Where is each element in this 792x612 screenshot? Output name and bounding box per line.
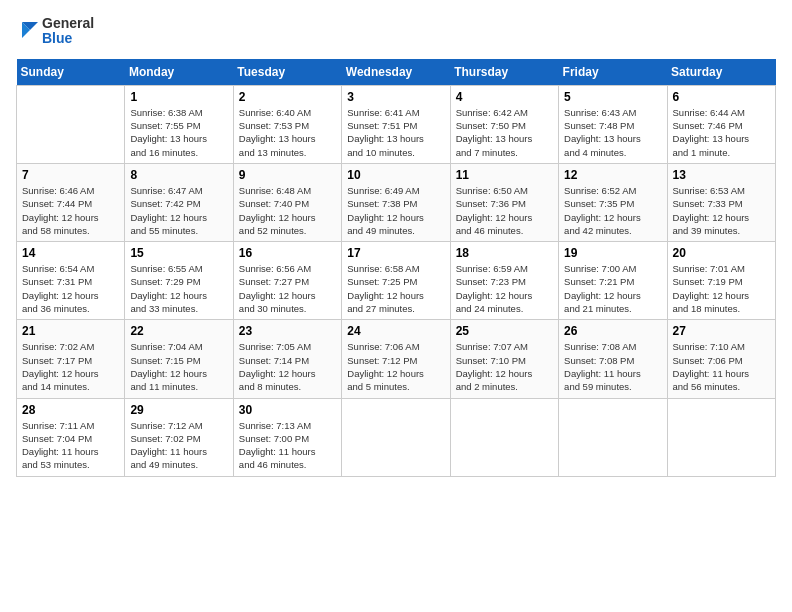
day-info: Sunrise: 7:05 AM Sunset: 7:14 PM Dayligh…	[239, 340, 336, 393]
day-info: Sunrise: 7:11 AM Sunset: 7:04 PM Dayligh…	[22, 419, 119, 472]
day-number: 11	[456, 168, 553, 182]
calendar-cell: 4Sunrise: 6:42 AM Sunset: 7:50 PM Daylig…	[450, 85, 558, 163]
calendar-table: SundayMondayTuesdayWednesdayThursdayFrid…	[16, 59, 776, 477]
day-number: 30	[239, 403, 336, 417]
day-info: Sunrise: 7:02 AM Sunset: 7:17 PM Dayligh…	[22, 340, 119, 393]
day-number: 21	[22, 324, 119, 338]
day-number: 26	[564, 324, 661, 338]
day-info: Sunrise: 7:04 AM Sunset: 7:15 PM Dayligh…	[130, 340, 227, 393]
calendar-cell: 14Sunrise: 6:54 AM Sunset: 7:31 PM Dayli…	[17, 242, 125, 320]
calendar-cell: 8Sunrise: 6:47 AM Sunset: 7:42 PM Daylig…	[125, 163, 233, 241]
weekday-header: Tuesday	[233, 59, 341, 86]
day-info: Sunrise: 6:53 AM Sunset: 7:33 PM Dayligh…	[673, 184, 770, 237]
day-info: Sunrise: 6:56 AM Sunset: 7:27 PM Dayligh…	[239, 262, 336, 315]
calendar-cell	[450, 398, 558, 476]
day-number: 15	[130, 246, 227, 260]
calendar-cell: 30Sunrise: 7:13 AM Sunset: 7:00 PM Dayli…	[233, 398, 341, 476]
day-info: Sunrise: 6:58 AM Sunset: 7:25 PM Dayligh…	[347, 262, 444, 315]
day-info: Sunrise: 6:41 AM Sunset: 7:51 PM Dayligh…	[347, 106, 444, 159]
day-info: Sunrise: 6:42 AM Sunset: 7:50 PM Dayligh…	[456, 106, 553, 159]
day-number: 4	[456, 90, 553, 104]
calendar-week-row: 1Sunrise: 6:38 AM Sunset: 7:55 PM Daylig…	[17, 85, 776, 163]
day-number: 8	[130, 168, 227, 182]
weekday-header: Thursday	[450, 59, 558, 86]
calendar-cell: 25Sunrise: 7:07 AM Sunset: 7:10 PM Dayli…	[450, 320, 558, 398]
day-info: Sunrise: 7:10 AM Sunset: 7:06 PM Dayligh…	[673, 340, 770, 393]
day-number: 3	[347, 90, 444, 104]
calendar-cell: 28Sunrise: 7:11 AM Sunset: 7:04 PM Dayli…	[17, 398, 125, 476]
day-info: Sunrise: 6:59 AM Sunset: 7:23 PM Dayligh…	[456, 262, 553, 315]
day-number: 18	[456, 246, 553, 260]
day-number: 17	[347, 246, 444, 260]
weekday-header: Friday	[559, 59, 667, 86]
calendar-cell: 22Sunrise: 7:04 AM Sunset: 7:15 PM Dayli…	[125, 320, 233, 398]
calendar-week-row: 14Sunrise: 6:54 AM Sunset: 7:31 PM Dayli…	[17, 242, 776, 320]
calendar-cell: 16Sunrise: 6:56 AM Sunset: 7:27 PM Dayli…	[233, 242, 341, 320]
day-number: 14	[22, 246, 119, 260]
day-info: Sunrise: 6:52 AM Sunset: 7:35 PM Dayligh…	[564, 184, 661, 237]
day-info: Sunrise: 7:00 AM Sunset: 7:21 PM Dayligh…	[564, 262, 661, 315]
calendar-cell: 29Sunrise: 7:12 AM Sunset: 7:02 PM Dayli…	[125, 398, 233, 476]
day-info: Sunrise: 6:43 AM Sunset: 7:48 PM Dayligh…	[564, 106, 661, 159]
day-info: Sunrise: 6:49 AM Sunset: 7:38 PM Dayligh…	[347, 184, 444, 237]
calendar-cell	[559, 398, 667, 476]
day-number: 20	[673, 246, 770, 260]
day-info: Sunrise: 6:38 AM Sunset: 7:55 PM Dayligh…	[130, 106, 227, 159]
day-number: 16	[239, 246, 336, 260]
calendar-cell: 9Sunrise: 6:48 AM Sunset: 7:40 PM Daylig…	[233, 163, 341, 241]
day-number: 24	[347, 324, 444, 338]
day-number: 12	[564, 168, 661, 182]
weekday-header: Sunday	[17, 59, 125, 86]
day-info: Sunrise: 7:06 AM Sunset: 7:12 PM Dayligh…	[347, 340, 444, 393]
calendar-cell: 2Sunrise: 6:40 AM Sunset: 7:53 PM Daylig…	[233, 85, 341, 163]
calendar-cell: 15Sunrise: 6:55 AM Sunset: 7:29 PM Dayli…	[125, 242, 233, 320]
calendar-cell: 24Sunrise: 7:06 AM Sunset: 7:12 PM Dayli…	[342, 320, 450, 398]
calendar-cell: 10Sunrise: 6:49 AM Sunset: 7:38 PM Dayli…	[342, 163, 450, 241]
day-number: 9	[239, 168, 336, 182]
calendar-cell	[667, 398, 775, 476]
calendar-week-row: 7Sunrise: 6:46 AM Sunset: 7:44 PM Daylig…	[17, 163, 776, 241]
weekday-header: Wednesday	[342, 59, 450, 86]
day-number: 25	[456, 324, 553, 338]
calendar-cell: 1Sunrise: 6:38 AM Sunset: 7:55 PM Daylig…	[125, 85, 233, 163]
calendar-cell: 18Sunrise: 6:59 AM Sunset: 7:23 PM Dayli…	[450, 242, 558, 320]
calendar-week-row: 28Sunrise: 7:11 AM Sunset: 7:04 PM Dayli…	[17, 398, 776, 476]
logo: General Blue	[16, 16, 94, 47]
day-info: Sunrise: 6:46 AM Sunset: 7:44 PM Dayligh…	[22, 184, 119, 237]
calendar-cell: 11Sunrise: 6:50 AM Sunset: 7:36 PM Dayli…	[450, 163, 558, 241]
logo-general: General	[42, 16, 94, 31]
calendar-cell: 7Sunrise: 6:46 AM Sunset: 7:44 PM Daylig…	[17, 163, 125, 241]
day-number: 27	[673, 324, 770, 338]
calendar-cell: 6Sunrise: 6:44 AM Sunset: 7:46 PM Daylig…	[667, 85, 775, 163]
calendar-cell: 12Sunrise: 6:52 AM Sunset: 7:35 PM Dayli…	[559, 163, 667, 241]
day-number: 5	[564, 90, 661, 104]
calendar-cell: 17Sunrise: 6:58 AM Sunset: 7:25 PM Dayli…	[342, 242, 450, 320]
weekday-header: Monday	[125, 59, 233, 86]
day-number: 7	[22, 168, 119, 182]
calendar-cell: 5Sunrise: 6:43 AM Sunset: 7:48 PM Daylig…	[559, 85, 667, 163]
logo-blue: Blue	[42, 31, 94, 46]
day-number: 22	[130, 324, 227, 338]
day-number: 1	[130, 90, 227, 104]
day-info: Sunrise: 7:08 AM Sunset: 7:08 PM Dayligh…	[564, 340, 661, 393]
calendar-week-row: 21Sunrise: 7:02 AM Sunset: 7:17 PM Dayli…	[17, 320, 776, 398]
calendar-cell: 20Sunrise: 7:01 AM Sunset: 7:19 PM Dayli…	[667, 242, 775, 320]
calendar-cell: 26Sunrise: 7:08 AM Sunset: 7:08 PM Dayli…	[559, 320, 667, 398]
day-number: 13	[673, 168, 770, 182]
day-info: Sunrise: 7:07 AM Sunset: 7:10 PM Dayligh…	[456, 340, 553, 393]
day-number: 19	[564, 246, 661, 260]
calendar-cell: 21Sunrise: 7:02 AM Sunset: 7:17 PM Dayli…	[17, 320, 125, 398]
day-info: Sunrise: 7:12 AM Sunset: 7:02 PM Dayligh…	[130, 419, 227, 472]
calendar-cell: 27Sunrise: 7:10 AM Sunset: 7:06 PM Dayli…	[667, 320, 775, 398]
day-number: 28	[22, 403, 119, 417]
day-info: Sunrise: 6:40 AM Sunset: 7:53 PM Dayligh…	[239, 106, 336, 159]
calendar-cell: 19Sunrise: 7:00 AM Sunset: 7:21 PM Dayli…	[559, 242, 667, 320]
day-info: Sunrise: 6:54 AM Sunset: 7:31 PM Dayligh…	[22, 262, 119, 315]
calendar-cell	[17, 85, 125, 163]
day-number: 2	[239, 90, 336, 104]
day-number: 29	[130, 403, 227, 417]
day-number: 6	[673, 90, 770, 104]
day-info: Sunrise: 6:47 AM Sunset: 7:42 PM Dayligh…	[130, 184, 227, 237]
weekday-header-row: SundayMondayTuesdayWednesdayThursdayFrid…	[17, 59, 776, 86]
day-number: 10	[347, 168, 444, 182]
